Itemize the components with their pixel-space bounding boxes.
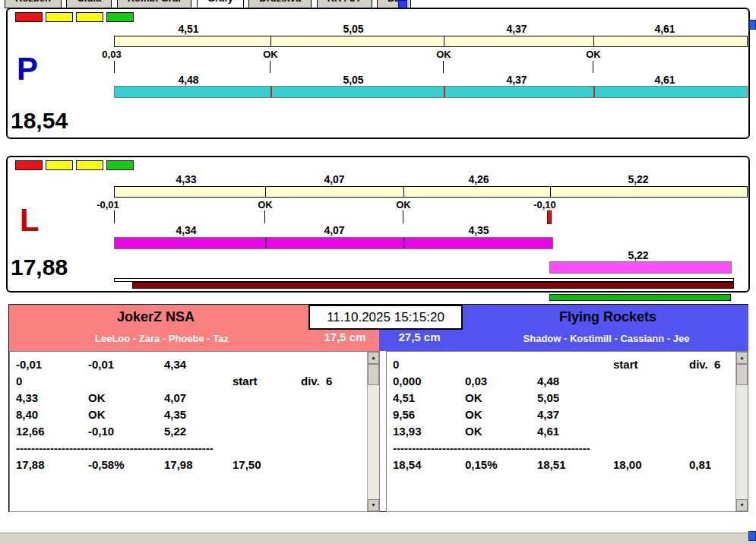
scrollbar-left[interactable]: ▲ ▼ <box>367 352 379 511</box>
cell <box>301 425 364 441</box>
cell: 17,88 <box>16 458 88 475</box>
p-split-bottom-1: 4,48 <box>162 74 215 86</box>
cell: OK <box>88 408 164 425</box>
cell: 0,000 <box>393 375 465 391</box>
tab-label: Čidla <box>77 0 101 4</box>
cell: OK <box>88 391 164 408</box>
l-split-bottom-3: 4,35 <box>452 224 505 236</box>
cell: OK <box>465 408 537 425</box>
tab-label: Grafy <box>207 0 233 4</box>
cell: 8,40 <box>16 408 88 425</box>
scrollbar-right[interactable]: ▲ ▼ <box>735 352 748 511</box>
l-last-dog-bar <box>549 261 732 274</box>
change-tick <box>443 61 444 73</box>
l-reference-track <box>114 186 748 198</box>
cell <box>301 458 364 475</box>
team-name-left: JokerZ NSA <box>9 309 302 325</box>
cell <box>689 425 732 441</box>
p-lane-letter: P <box>17 53 38 85</box>
l-split-bottom-2: 4,07 <box>308 224 361 236</box>
bar-separator <box>403 238 405 248</box>
p-split-top-2: 5,05 <box>327 23 380 35</box>
cell <box>689 391 732 408</box>
status-light-yellow-1 <box>46 12 73 22</box>
result-row: 9,56OK4,37 <box>393 408 732 425</box>
cell: 0 <box>16 375 88 391</box>
cell: -0,01 <box>88 358 164 375</box>
cell <box>465 358 537 375</box>
window-bottom-edge <box>0 533 756 544</box>
l-mark-1: -0,01 <box>81 199 135 210</box>
results-area-right[interactable]: 0startdiv. 6 0,0000,034,48 4,51OK5,05 9,… <box>386 351 748 512</box>
scroll-thumb[interactable] <box>368 364 379 385</box>
right-edge-icon-top[interactable] <box>749 20 756 30</box>
scroll-down-button[interactable]: ▼ <box>368 499 379 511</box>
cell: -0,01 <box>16 358 88 375</box>
team-dogs-left: LeeLoo - Zara - Phoebe - Taz <box>15 333 308 344</box>
jump-height-right: 27,5 cm <box>385 331 454 343</box>
cell <box>301 408 364 425</box>
scroll-up-button[interactable]: ▲ <box>368 352 379 364</box>
right-edge-icon-bottom[interactable] <box>748 531 756 541</box>
status-light-yellow-2 <box>76 160 103 170</box>
cell <box>232 425 301 441</box>
change-tick <box>270 61 270 73</box>
cell: 12,66 <box>16 425 88 441</box>
p-split-bottom-4: 4,61 <box>638 74 691 86</box>
cell: 0,03 <box>465 375 537 391</box>
result-row: 4,33OK4,07 <box>16 391 364 408</box>
p-time-bar <box>114 86 748 98</box>
cell: 17,50 <box>232 458 301 475</box>
l-split-top-4: 5,22 <box>612 173 665 185</box>
scroll-down-button[interactable]: ▼ <box>736 499 748 511</box>
cell: 4,33 <box>16 391 88 408</box>
p-mark-3: OK <box>416 49 471 60</box>
cell: OK <box>465 391 537 408</box>
app-canvas: Rozběh Čidla Kombi Graf Grafy Družstva K… <box>0 0 756 544</box>
p-reference-track <box>114 36 748 47</box>
p-mark-4: OK <box>566 49 621 60</box>
change-tick <box>403 210 403 223</box>
cell: 4,07 <box>164 391 232 408</box>
cell: start <box>232 375 301 391</box>
cell: div. 6 <box>301 375 364 391</box>
scroll-down-icon: ▼ <box>371 502 376 508</box>
scroll-up-icon: ▲ <box>371 355 376 360</box>
cell <box>301 358 364 375</box>
status-light-yellow-2 <box>76 12 103 22</box>
totals-row: 18,540,15%18,5118,000,81 <box>393 458 732 475</box>
track-tick <box>403 186 404 198</box>
cell <box>301 391 364 408</box>
scroll-up-button[interactable]: ▲ <box>736 352 748 364</box>
scroll-down-icon: ▼ <box>739 502 745 508</box>
cell <box>232 358 301 375</box>
lane-panel-p: 4,51 5,05 4,37 4,61 0,03 OK OK OK 4,48 5… <box>6 8 750 139</box>
bar-separator <box>593 87 595 97</box>
cell <box>613 391 689 408</box>
tab-label: Kombi Graf <box>128 0 182 4</box>
scoreboard: JokerZ NSA LeeLoo - Zara - Phoebe - Taz … <box>8 304 748 512</box>
p-mark-1: 0,03 <box>84 49 139 60</box>
cell: 0,81 <box>689 458 732 475</box>
track-tick <box>593 36 594 47</box>
track-tick <box>270 36 271 47</box>
cell <box>164 375 232 391</box>
cell: 18,51 <box>537 458 613 475</box>
scroll-thumb[interactable] <box>736 364 748 385</box>
l-mark-3: OK <box>376 199 431 210</box>
l-last-split: 5,22 <box>612 249 665 261</box>
cell: 5,05 <box>537 391 613 408</box>
cell: 4,48 <box>537 375 613 391</box>
result-row: 13,93OK4,61 <box>393 425 732 441</box>
cell: OK <box>465 425 537 441</box>
results-area-left[interactable]: -0,01-0,014,34 0startdiv. 6 4,33OK4,07 8… <box>9 351 380 512</box>
result-row: 8,40OK4,35 <box>16 408 364 425</box>
cell: 4,35 <box>164 408 232 425</box>
cell: div. 6 <box>689 358 732 375</box>
cell: 0,15% <box>465 458 537 475</box>
p-mark-2: OK <box>243 49 298 60</box>
bar-separator <box>270 87 272 97</box>
l-mark-4: -0,10 <box>517 199 572 210</box>
result-row: 4,51OK5,05 <box>393 391 732 408</box>
datetime-display: 11.10.2025 15:15:20 <box>308 305 463 330</box>
